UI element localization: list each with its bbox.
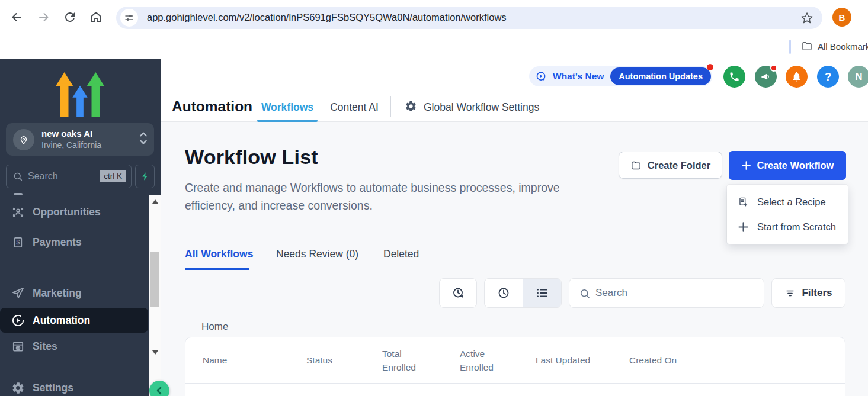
create-workflow-button[interactable]: Create Workflow [729,151,846,180]
gohighlevel-logo [55,71,105,120]
workflow-list-description: Create and manage Workflows to automate … [185,179,603,214]
browser-toolbar: app.gohighlevel.com/v2/location/lnPS691g… [0,0,868,34]
tab-deleted[interactable]: Deleted [383,248,419,260]
sidebar-item-marketing[interactable]: Marketing [0,284,149,302]
recent-view-toggle[interactable] [485,279,523,307]
phone-button[interactable] [723,66,745,88]
whats-new-pill[interactable]: What's New Automation Updates [529,66,712,86]
view-toggle-group [484,278,562,308]
sidebar-item-label: Marketing [33,287,82,300]
sidebar-collapse-button[interactable] [149,381,169,396]
user-avatar[interactable]: N [848,66,868,88]
enrollment-history-button[interactable] [439,278,477,308]
column-header-last-updated[interactable]: Last Updated [536,355,629,366]
sidebar-scrollbar[interactable] [149,195,161,396]
quick-actions-button[interactable] [135,165,155,188]
announcements-button[interactable] [755,66,777,88]
sidebar-item-label: Sites [33,340,57,353]
recipe-document-icon [738,197,749,208]
sidebar-item-label: Payments [33,236,82,249]
folder-icon [801,40,813,54]
create-workflow-label: Create Workflow [757,160,834,171]
app-window: new oaks AI Irvine, California ctrl K Op… [0,59,868,396]
gear-icon [405,100,417,115]
workflow-list-title: Workflow List [185,146,318,169]
sidebar-item-payments[interactable]: $ Payments [0,233,149,251]
tab-global-workflow-settings[interactable]: Global Workflow Settings [424,101,539,114]
notification-dot [707,64,713,70]
chevron-left-icon [155,386,164,395]
column-header-created-on[interactable]: Created On [629,355,748,366]
column-header-active-enrolled[interactable]: Active Enrolled [460,347,536,374]
menu-item-label: Start from Scratch [757,221,836,233]
address-bar[interactable]: app.gohighlevel.com/v2/location/lnPS691g… [116,7,822,29]
scrollbar-thumb[interactable] [150,252,159,307]
whats-new-icon [535,70,547,85]
location-name: new oaks AI [41,128,92,139]
bell-icon [791,71,802,82]
scroll-up-arrow[interactable] [152,199,158,204]
shortcut-badge: ctrl K [100,170,126,182]
page-header: What's New Automation Updates ? N Automa… [161,59,868,122]
workflow-list-page: Workflow List Create and manage Workflow… [161,122,868,396]
bookmark-star-icon[interactable] [800,11,814,25]
notifications-button[interactable] [786,66,808,88]
menu-item-label: Select a Recipe [757,197,826,208]
menu-item-start-from-scratch[interactable]: Start from Scratch [727,214,848,239]
search-icon [12,171,23,184]
filter-icon [784,288,796,299]
sidebar-item-settings[interactable]: Settings [0,379,149,396]
location-switcher[interactable]: new oaks AI Irvine, California [6,123,154,156]
sidebar-item-opportunities[interactable]: Opportunities [0,203,149,221]
automation-updates-badge[interactable]: Automation Updates [610,67,711,85]
sites-icon [11,340,25,353]
all-bookmarks-label[interactable]: All Bookmarks [818,41,868,51]
list-view-toggle[interactable] [523,279,561,307]
sidebar-item-sites[interactable]: Sites [0,337,149,355]
chevron-up-down-icon [139,130,148,149]
column-header-name[interactable]: Name [203,355,306,366]
megaphone-icon [760,71,771,82]
page-title: Automation [172,98,252,115]
tab-workflows[interactable]: Workflows [257,101,318,114]
table-header-row: Name Status Total Enrolled Active Enroll… [185,337,845,384]
create-folder-button[interactable]: Create Folder [619,152,722,179]
location-city: Irvine, California [41,140,101,150]
tab-needs-review[interactable]: Needs Review (0) [276,248,358,260]
breadcrumb[interactable]: Home [201,321,228,333]
partial-menu-icon [14,193,23,195]
menu-item-select-recipe[interactable]: Select a Recipe [727,189,848,214]
column-header-total-enrolled[interactable]: Total Enrolled [382,347,460,374]
back-icon[interactable] [9,10,24,24]
sidebar-search-input[interactable] [28,165,96,188]
reload-icon[interactable] [63,10,77,24]
forward-icon[interactable] [37,10,51,24]
tab-content-ai[interactable]: Content AI [330,101,379,114]
location-pin-icon [13,129,34,150]
phone-icon [729,71,740,82]
workflow-search-input[interactable] [595,279,755,307]
whats-new-label[interactable]: What's New [553,71,604,82]
plus-icon [741,160,751,170]
create-workflow-menu: Select a Recipe Start from Scratch [727,185,848,244]
create-folder-label: Create Folder [648,160,710,171]
sidebar-item-automation[interactable]: Automation [0,308,148,333]
help-button[interactable]: ? [817,66,839,88]
url-text[interactable]: app.gohighlevel.com/v2/location/lnPS691g… [147,12,507,23]
clock-icon [497,286,511,300]
list-icon [535,286,549,300]
site-info-icon[interactable] [120,9,138,27]
column-header-status[interactable]: Status [306,355,382,366]
sidebar-item-label: Opportunities [33,206,101,218]
sidebar-search: ctrl K [6,165,132,188]
sidebar-item-label: Automation [33,314,90,327]
automation-icon [11,314,25,327]
header-divider [390,96,391,117]
bookmarks-bar: All Bookmarks [0,34,868,59]
tab-all-workflows[interactable]: All Workflows [185,248,253,260]
browser-profile-avatar[interactable]: B [832,8,851,27]
home-icon[interactable] [89,10,103,24]
scroll-down-arrow[interactable] [152,350,158,355]
filters-button[interactable]: Filters [771,278,845,308]
plus-icon [738,221,749,233]
